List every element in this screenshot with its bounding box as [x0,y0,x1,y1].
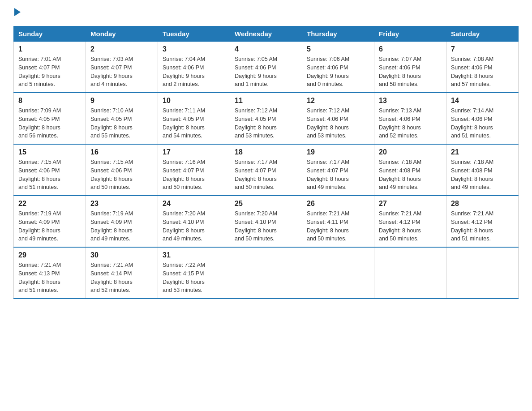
calendar-header: SundayMondayTuesdayWednesdayThursdayFrid… [14,26,519,42]
header-cell-tuesday: Tuesday [158,26,230,42]
day-number: 14 [451,97,514,105]
day-number: 6 [379,45,442,53]
calendar-table: SundayMondayTuesdayWednesdayThursdayFrid… [13,26,519,299]
day-info: Sunrise: 7:14 AMSunset: 4:06 PMDaylight:… [451,107,514,140]
day-info: Sunrise: 7:10 AMSunset: 4:05 PMDaylight:… [90,107,153,140]
day-number: 27 [379,200,442,208]
day-number: 26 [307,200,369,208]
day-cell: 16 Sunrise: 7:15 AMSunset: 4:06 PMDaylig… [86,144,158,196]
day-info: Sunrise: 7:07 AMSunset: 4:06 PMDaylight:… [379,55,442,89]
week-row-4: 22 Sunrise: 7:19 AMSunset: 4:09 PMDaylig… [14,196,519,247]
day-number: 8 [18,97,81,105]
week-row-1: 1 Sunrise: 7:01 AMSunset: 4:07 PMDayligh… [14,42,519,93]
day-info: Sunrise: 7:04 AMSunset: 4:06 PMDaylight:… [163,55,225,89]
day-info: Sunrise: 7:15 AMSunset: 4:06 PMDaylight:… [18,158,81,192]
day-cell: 26 Sunrise: 7:21 AMSunset: 4:11 PMDaylig… [302,196,374,247]
day-cell: 30 Sunrise: 7:21 AMSunset: 4:14 PMDaylig… [86,247,158,299]
day-info: Sunrise: 7:21 AMSunset: 4:13 PMDaylight:… [18,261,81,295]
day-cell: 11 Sunrise: 7:12 AMSunset: 4:05 PMDaylig… [230,93,302,144]
day-info: Sunrise: 7:18 AMSunset: 4:08 PMDaylight:… [379,158,442,192]
day-cell: 2 Sunrise: 7:03 AMSunset: 4:07 PMDayligh… [86,42,158,93]
day-cell: 17 Sunrise: 7:16 AMSunset: 4:07 PMDaylig… [158,144,230,196]
day-info: Sunrise: 7:05 AMSunset: 4:06 PMDaylight:… [235,55,297,89]
day-cell: 24 Sunrise: 7:20 AMSunset: 4:10 PMDaylig… [158,196,230,247]
day-cell: 9 Sunrise: 7:10 AMSunset: 4:05 PMDayligh… [86,93,158,144]
logo [13,9,21,17]
day-cell: 4 Sunrise: 7:05 AMSunset: 4:06 PMDayligh… [230,42,302,93]
day-info: Sunrise: 7:12 AMSunset: 4:06 PMDaylight:… [307,107,369,140]
day-cell: 19 Sunrise: 7:17 AMSunset: 4:07 PMDaylig… [302,144,374,196]
day-number: 1 [18,45,81,53]
day-number: 7 [451,45,514,53]
day-info: Sunrise: 7:17 AMSunset: 4:07 PMDaylight:… [235,158,297,192]
calendar-body: 1 Sunrise: 7:01 AMSunset: 4:07 PMDayligh… [14,42,519,299]
header-cell-monday: Monday [86,26,158,42]
day-cell: 23 Sunrise: 7:19 AMSunset: 4:09 PMDaylig… [86,196,158,247]
day-number: 5 [307,45,369,53]
day-cell [446,247,519,299]
day-info: Sunrise: 7:19 AMSunset: 4:09 PMDaylight:… [90,210,153,243]
day-info: Sunrise: 7:09 AMSunset: 4:05 PMDaylight:… [18,107,81,140]
day-info: Sunrise: 7:21 AMSunset: 4:12 PMDaylight:… [451,210,514,243]
day-info: Sunrise: 7:19 AMSunset: 4:09 PMDaylight:… [18,210,81,243]
day-info: Sunrise: 7:01 AMSunset: 4:07 PMDaylight:… [18,55,81,89]
day-number: 28 [451,200,514,208]
day-cell: 7 Sunrise: 7:08 AMSunset: 4:06 PMDayligh… [446,42,519,93]
day-number: 22 [18,200,81,208]
day-cell: 10 Sunrise: 7:11 AMSunset: 4:05 PMDaylig… [158,93,230,144]
day-info: Sunrise: 7:21 AMSunset: 4:14 PMDaylight:… [90,261,153,295]
day-number: 10 [163,97,225,105]
day-number: 24 [163,200,225,208]
day-info: Sunrise: 7:17 AMSunset: 4:07 PMDaylight:… [307,158,369,192]
day-number: 21 [451,148,514,156]
day-cell [374,247,446,299]
day-number: 19 [307,148,369,156]
day-info: Sunrise: 7:12 AMSunset: 4:05 PMDaylight:… [235,107,297,140]
day-info: Sunrise: 7:20 AMSunset: 4:10 PMDaylight:… [163,210,225,243]
day-cell: 22 Sunrise: 7:19 AMSunset: 4:09 PMDaylig… [14,196,86,247]
header-cell-saturday: Saturday [446,26,519,42]
day-cell: 28 Sunrise: 7:21 AMSunset: 4:12 PMDaylig… [446,196,519,247]
week-row-2: 8 Sunrise: 7:09 AMSunset: 4:05 PMDayligh… [14,93,519,144]
day-info: Sunrise: 7:18 AMSunset: 4:08 PMDaylight:… [451,158,514,192]
day-cell: 20 Sunrise: 7:18 AMSunset: 4:08 PMDaylig… [374,144,446,196]
day-cell: 31 Sunrise: 7:22 AMSunset: 4:15 PMDaylig… [158,247,230,299]
day-info: Sunrise: 7:03 AMSunset: 4:07 PMDaylight:… [90,55,153,89]
day-cell: 15 Sunrise: 7:15 AMSunset: 4:06 PMDaylig… [14,144,86,196]
week-row-5: 29 Sunrise: 7:21 AMSunset: 4:13 PMDaylig… [14,247,519,299]
day-cell [230,247,302,299]
day-number: 25 [235,200,297,208]
day-cell: 1 Sunrise: 7:01 AMSunset: 4:07 PMDayligh… [14,42,86,93]
day-number: 13 [379,97,442,105]
day-cell: 6 Sunrise: 7:07 AMSunset: 4:06 PMDayligh… [374,42,446,93]
day-number: 3 [163,45,225,53]
day-number: 11 [235,97,297,105]
week-row-3: 15 Sunrise: 7:15 AMSunset: 4:06 PMDaylig… [14,144,519,196]
day-cell: 14 Sunrise: 7:14 AMSunset: 4:06 PMDaylig… [446,93,519,144]
day-cell: 5 Sunrise: 7:06 AMSunset: 4:06 PMDayligh… [302,42,374,93]
day-number: 18 [235,148,297,156]
day-number: 2 [90,45,153,53]
day-cell: 13 Sunrise: 7:13 AMSunset: 4:06 PMDaylig… [374,93,446,144]
day-info: Sunrise: 7:11 AMSunset: 4:05 PMDaylight:… [163,107,225,140]
day-info: Sunrise: 7:08 AMSunset: 4:06 PMDaylight:… [451,55,514,89]
day-number: 16 [90,148,153,156]
day-number: 29 [18,251,81,259]
day-number: 17 [163,148,225,156]
day-cell [302,247,374,299]
day-cell: 25 Sunrise: 7:20 AMSunset: 4:10 PMDaylig… [230,196,302,247]
day-number: 4 [235,45,297,53]
day-cell: 21 Sunrise: 7:18 AMSunset: 4:08 PMDaylig… [446,144,519,196]
day-info: Sunrise: 7:20 AMSunset: 4:10 PMDaylight:… [235,210,297,243]
header-row: SundayMondayTuesdayWednesdayThursdayFrid… [14,26,519,42]
day-info: Sunrise: 7:21 AMSunset: 4:12 PMDaylight:… [379,210,442,243]
day-number: 9 [90,97,153,105]
page-header [13,9,519,17]
day-number: 20 [379,148,442,156]
day-info: Sunrise: 7:21 AMSunset: 4:11 PMDaylight:… [307,210,369,243]
day-cell: 3 Sunrise: 7:04 AMSunset: 4:06 PMDayligh… [158,42,230,93]
day-number: 15 [18,148,81,156]
logo-arrow-icon [14,8,21,16]
day-number: 31 [163,251,225,259]
day-cell: 18 Sunrise: 7:17 AMSunset: 4:07 PMDaylig… [230,144,302,196]
